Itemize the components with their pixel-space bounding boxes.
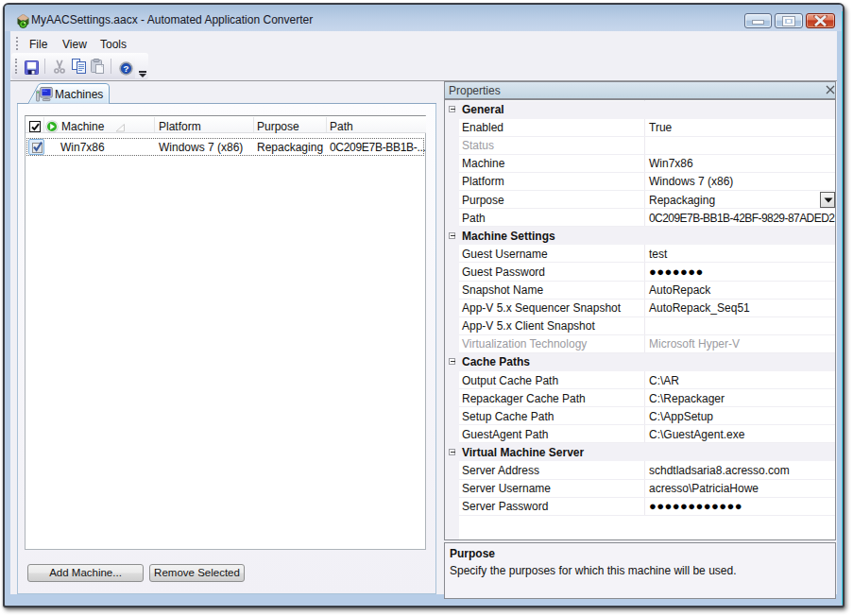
svg-text:?: ? [124, 63, 129, 74]
